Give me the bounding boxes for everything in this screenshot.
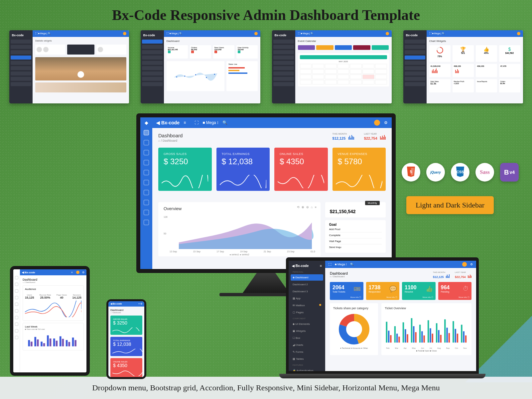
search-icon[interactable]: 🔍 <box>222 120 227 125</box>
svg-point-1 <box>184 75 185 76</box>
svg-rect-19 <box>56 341 58 346</box>
svg-rect-37 <box>396 333 398 342</box>
sidebar-icon[interactable] <box>144 210 149 215</box>
svg-rect-27 <box>394 326 396 342</box>
svg-rect-55 <box>465 335 466 342</box>
ticket-card-resolve[interactable]: 1100 Resolve 👍 More info ⓘ <box>402 282 436 300</box>
nav-item[interactable]: ▦ App <box>291 295 323 302</box>
sidebar-icon[interactable] <box>144 130 149 135</box>
svg-point-2 <box>195 74 196 75</box>
goal-item[interactable]: Send Inqu <box>329 244 382 250</box>
thumbnail-2: Bx-code ⛶ ■ Mega | 🔍 Dashboard Income$21… <box>141 30 260 103</box>
svg-rect-17 <box>43 343 45 346</box>
nav-item[interactable]: ▢ Pages <box>291 309 323 316</box>
goal-item[interactable]: Complete <box>329 232 382 238</box>
css3-badge: CSS <box>451 163 469 182</box>
overview-amount: $21,150,542 <box>330 209 381 214</box>
goal-item[interactable]: Add Prod <box>329 226 382 232</box>
settings-icon[interactable]: ⚙ <box>470 263 473 266</box>
mega-menu[interactable]: ■ Mega ⁞ <box>335 263 347 266</box>
nav-dashboard[interactable]: ◈ Dashboard <box>291 274 323 281</box>
svg-rect-54 <box>457 333 458 342</box>
svg-rect-22 <box>74 340 76 346</box>
svg-rect-49 <box>415 332 417 342</box>
sidebar-icon[interactable] <box>144 170 149 175</box>
svg-rect-38 <box>405 329 406 342</box>
ticket-card-responded[interactable]: 1738 Responded 💬 More info ⓘ <box>366 282 400 300</box>
thumbnail-4: Bx-code ⛶ ■ Mega | 🔍 Chart Widgets 75% 🏆… <box>403 30 523 103</box>
svg-rect-39 <box>413 326 414 342</box>
nav-item[interactable]: ◆ UI Elements <box>291 321 323 327</box>
nav-item[interactable]: Dashboard 2 <box>291 281 323 288</box>
dashboard-title: Dashboard <box>158 133 183 138</box>
brand-logo: Bx-code <box>273 32 294 38</box>
svg-rect-52 <box>440 335 442 342</box>
svg-rect-21 <box>68 342 70 346</box>
sidebar-icon[interactable] <box>144 150 149 155</box>
stat-value: $22,754 <box>364 136 377 140</box>
stat-card-gross-sales[interactable]: GROSS SALES $ 3250 <box>158 148 212 191</box>
nav-item[interactable]: Dashboard 3 <box>291 288 323 295</box>
ticket-card-total[interactable]: 2064 Total Tickets 🎫 More info ⓘ <box>330 282 363 300</box>
stat-card-total-earnings[interactable]: TOTAL EARNINGS $ 12,038 <box>216 148 270 191</box>
topbar: ◀ Bx-code ≡ ⛶ ■ Mega ⁞ 🔍 ⚙ <box>152 117 392 128</box>
svg-rect-8 <box>34 337 36 346</box>
menu-icon[interactable]: ≡ <box>184 120 186 125</box>
chart-control-icon[interactable]: ⊕ <box>302 205 304 209</box>
svg-rect-36 <box>388 331 389 342</box>
nav-item[interactable]: ✎ Forms <box>291 349 323 355</box>
svg-rect-16 <box>37 339 39 346</box>
svg-rect-18 <box>50 338 52 346</box>
nav-item[interactable]: 🔒 Authentication <box>291 367 323 374</box>
sidebar-icon[interactable] <box>144 140 149 145</box>
thumbnail-3: Bx-code ⛶ ■ Mega | 🔍 Event Calendar MAY … <box>272 30 392 103</box>
brand-logo: Bx-code <box>11 32 31 38</box>
nav-item[interactable]: ◢ Charts <box>291 342 323 348</box>
fullscreen-icon[interactable]: ⛶ <box>195 120 199 125</box>
nav-item[interactable]: ✉ Mailbox <box>291 302 323 309</box>
sidebar-icon[interactable] <box>144 200 149 205</box>
stat-card-venue-expenses[interactable]: VENUE EXPENSES $ 5780 <box>332 148 386 191</box>
goal-item[interactable]: Visit Page <box>329 238 382 244</box>
settings-icon[interactable]: ⚙ <box>384 120 388 125</box>
fullscreen-icon[interactable]: ⛶ <box>329 263 332 266</box>
chart-control-icon[interactable]: ⟲ <box>297 205 300 209</box>
sidebar: ◆ <box>140 117 152 269</box>
svg-rect-13 <box>66 340 68 346</box>
nav-item[interactable]: ▣ Widgets <box>291 328 323 334</box>
chart-control-icon[interactable]: ⊖ <box>306 205 309 209</box>
nav-item[interactable]: ☐ Box <box>291 335 323 341</box>
sidebar-icon[interactable] <box>144 160 149 165</box>
thumbnails-row: Bx-code ⛶ ■ Mega | 🔍 Statistic widgets <box>0 27 532 107</box>
svg-point-4 <box>214 74 215 75</box>
svg-rect-48 <box>407 334 408 342</box>
sidebar-icon[interactable] <box>144 220 149 225</box>
html5-badge: 5 <box>402 163 420 182</box>
avatar[interactable] <box>374 120 380 126</box>
svg-text:CSS: CSS <box>457 170 464 174</box>
cta-button[interactable]: Light and Dark Sidebar <box>406 196 494 214</box>
ticket-card-pending[interactable]: 964 Pending ⏱ More info ⓘ <box>438 282 472 300</box>
bar-chart <box>385 313 468 346</box>
sidebar-icon[interactable] <box>144 190 149 195</box>
svg-rect-31 <box>428 320 429 342</box>
jquery-badge: jQuery <box>426 163 445 182</box>
svg-rect-32 <box>436 323 437 342</box>
sass-badge: Sass <box>475 163 494 182</box>
avatar[interactable] <box>462 262 467 267</box>
svg-rect-43 <box>447 328 448 343</box>
svg-rect-34 <box>453 321 454 342</box>
brand-logo: Bx-code <box>142 32 163 38</box>
chart-control-icon[interactable]: ≡ <box>315 205 316 209</box>
nav-item[interactable]: ▦ Tables <box>291 356 323 362</box>
svg-rect-26 <box>386 322 387 343</box>
stat-card-online-sales[interactable]: ONLINE SALES $ 4350 <box>274 148 328 191</box>
chart-control-icon[interactable]: ⌂ <box>311 205 313 209</box>
mega-menu[interactable]: ■ Mega ⁞ <box>202 120 218 125</box>
svg-rect-33 <box>444 319 446 342</box>
search-icon[interactable]: 🔍 <box>350 263 354 266</box>
sidebar-icon[interactable] <box>144 180 149 185</box>
svg-point-0 <box>176 76 177 77</box>
monthly-badge[interactable]: Monthly <box>365 201 380 205</box>
svg-rect-50 <box>424 335 425 342</box>
